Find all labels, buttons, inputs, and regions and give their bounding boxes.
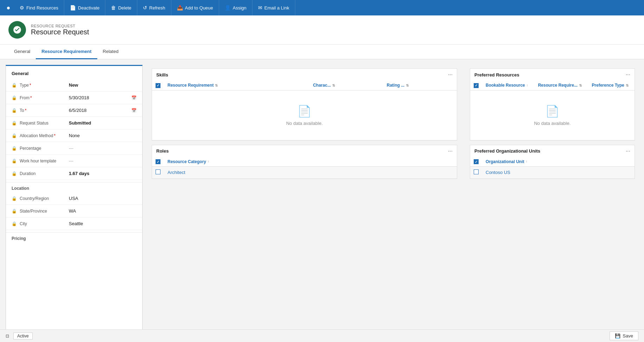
roles-col-category[interactable]: Resource Category ↑ — [164, 157, 457, 167]
skills-no-data-icon: 📄 — [297, 105, 311, 118]
save-button[interactable]: 💾 Save — [610, 331, 638, 338]
lock-icon-country: 🔒 — [12, 196, 17, 201]
preferred-resources-title: Preferred Resources — [474, 72, 519, 78]
lock-icon-dur: 🔒 — [12, 171, 17, 176]
field-type: 🔒 Type* New — [6, 79, 142, 92]
field-from: 🔒 From* 5/30/2018 📅 — [6, 92, 142, 104]
lock-icon-alloc: 🔒 — [12, 133, 17, 138]
org-col-unit[interactable]: Organizational Unit ↑ — [482, 157, 635, 167]
refresh-button[interactable]: ↺ Refresh — [137, 0, 171, 15]
org-row-checkbox[interactable] — [474, 169, 479, 174]
from-value[interactable]: 5/30/2018 — [69, 95, 129, 100]
preferred-org-units-table: ✓ Organizational Unit ↑ — [470, 157, 635, 179]
allocation-method-value[interactable]: None — [69, 133, 137, 138]
roles-row-architect: Architect — [152, 167, 457, 179]
state-province-value[interactable]: WA — [69, 208, 137, 214]
org-row-contoso-value[interactable]: Contoso US — [482, 167, 635, 179]
org-row-check[interactable] — [470, 167, 482, 179]
org-check-all[interactable]: ✓ — [474, 159, 479, 164]
roles-table: ✓ Resource Category ↑ — [152, 157, 457, 179]
roles-row-architect-value[interactable]: Architect — [164, 167, 457, 179]
add-to-queue-icon: 📥 — [177, 5, 183, 11]
preferred-resources-more-button[interactable]: ··· — [626, 72, 630, 78]
location-section-title: Location — [6, 182, 142, 192]
type-value[interactable]: New — [69, 82, 137, 88]
skills-col-rating[interactable]: Rating ... ⇅ — [383, 81, 457, 90]
tab-resource-requirement[interactable]: Resource Requirement — [36, 45, 97, 59]
skills-col-requirement[interactable]: Resource Requirement ⇅ — [164, 81, 309, 90]
pref-col-preference-type[interactable]: Preference Type ⇅ — [588, 81, 635, 90]
request-status-value[interactable]: Submitted — [69, 120, 137, 126]
lock-icon-to: 🔒 — [12, 108, 17, 113]
skills-panel: Skills ··· ✓ Resource Requirement ⇅ — [152, 68, 457, 141]
lock-icon-wht: 🔒 — [12, 159, 17, 163]
skills-check-all[interactable]: ✓ — [156, 83, 160, 88]
tabs-bar: General Resource Requirement Related — [0, 45, 644, 59]
email-link-button[interactable]: ✉ Email a Link — [252, 0, 295, 15]
roles-row-checkbox[interactable] — [156, 169, 160, 174]
screen-reader-icon: ⊡ — [6, 334, 9, 338]
pref-no-data-icon: 📄 — [545, 105, 559, 118]
nav-dots[interactable]: ● — [3, 0, 14, 15]
field-work-hour-template: 🔒 Work hour template --- — [6, 155, 142, 167]
pref-col-bookable[interactable]: Bookable Resource ↑ — [482, 81, 534, 90]
city-label: City — [20, 221, 69, 226]
right-panel: Preferred Resources ··· ✓ Bookable Resou… — [466, 65, 638, 333]
preferred-resources-panel: Preferred Resources ··· ✓ Bookable Resou… — [470, 68, 635, 141]
status-badge: Active — [13, 333, 33, 338]
field-percentage: 🔒 Percentage --- — [6, 142, 142, 155]
to-value[interactable]: 6/5/2018 — [69, 108, 129, 113]
calendar-icon-from[interactable]: 📅 — [131, 95, 137, 100]
roles-row-check[interactable] — [152, 167, 164, 179]
deactivate-button[interactable]: 📄 Deactivate — [64, 0, 105, 15]
duration-label: Duration — [20, 171, 69, 176]
skills-panel-header: Skills ··· — [152, 69, 457, 81]
lock-icon: 🔒 — [12, 83, 17, 88]
assign-button[interactable]: 👤 Assign — [219, 0, 252, 15]
roles-check-all[interactable]: ✓ — [156, 159, 160, 164]
roles-panel-header: Roles ··· — [152, 145, 457, 157]
skills-title: Skills — [156, 72, 168, 78]
skills-more-button[interactable]: ··· — [448, 72, 453, 78]
find-resources-icon: ⚙ — [20, 5, 24, 11]
field-country-region: 🔒 Country/Region USA — [6, 192, 142, 205]
delete-button[interactable]: 🗑 Delete — [105, 0, 137, 15]
duration-value[interactable]: 1.67 days — [69, 171, 137, 176]
deactivate-icon: 📄 — [70, 5, 76, 11]
pricing-section-title: Pricing — [6, 232, 142, 242]
preferred-resources-header: Preferred Resources ··· — [470, 69, 635, 81]
left-panel: General 🔒 Type* New 🔒 From* 5/30/2018 📅 … — [6, 65, 143, 333]
calendar-icon-to[interactable]: 📅 — [131, 108, 137, 113]
tab-related[interactable]: Related — [97, 45, 124, 59]
preferred-org-units-more-button[interactable]: ··· — [626, 148, 630, 154]
status-bar: ⊡ Active 💾 Save — [0, 329, 644, 338]
city-value[interactable]: Seattle — [69, 221, 137, 226]
pref-col-require[interactable]: Resource Require... ⇅ — [534, 81, 588, 90]
sort-icon-preference-type: ⇅ — [626, 83, 629, 87]
field-state-province: 🔒 State/Province WA — [6, 205, 142, 217]
pref-check-header: ✓ — [470, 81, 482, 90]
top-bar: ● ⚙ Find Resources 📄 Deactivate 🗑 Delete… — [0, 0, 644, 15]
delete-icon: 🗑 — [111, 5, 116, 11]
from-label: From* — [20, 95, 69, 100]
preferred-resources-table: ✓ Bookable Resource ↑ Resource Require..… — [470, 81, 635, 140]
request-status-label: Request Status — [20, 121, 69, 126]
percentage-value[interactable]: --- — [69, 146, 137, 151]
work-hour-template-value[interactable]: --- — [69, 158, 137, 163]
find-resources-button[interactable]: ⚙ Find Resources — [14, 0, 64, 15]
add-to-queue-button[interactable]: 📥 Add to Queue — [171, 0, 219, 15]
sort-icon-requirement: ⇅ — [215, 83, 218, 87]
work-hour-template-label: Work hour template — [20, 159, 69, 163]
sort-icon-bookable: ↑ — [526, 83, 528, 87]
tab-general[interactable]: General — [8, 45, 36, 59]
roles-more-button[interactable]: ··· — [448, 148, 453, 154]
skills-col-charac[interactable]: Charac... ⇅ — [309, 81, 383, 90]
field-duration: 🔒 Duration 1.67 days — [6, 167, 142, 180]
email-link-icon: ✉ — [258, 5, 262, 11]
pref-check-all[interactable]: ✓ — [474, 83, 479, 88]
lock-icon-state: 🔒 — [12, 209, 17, 214]
country-region-value[interactable]: USA — [69, 196, 137, 201]
sort-icon-category: ↑ — [208, 160, 209, 163]
skills-check-header: ✓ — [152, 81, 164, 90]
page-subtitle: RESOURCE REQUEST — [31, 24, 89, 28]
